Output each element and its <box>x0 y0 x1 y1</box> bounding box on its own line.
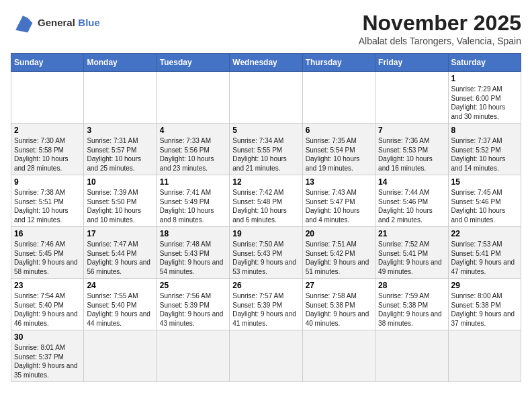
day-cell: 11Sunrise: 7:41 AM Sunset: 5:49 PM Dayli… <box>157 175 229 227</box>
day-cell: 4Sunrise: 7:33 AM Sunset: 5:56 PM Daylig… <box>157 124 229 175</box>
day-info: Sunrise: 7:53 AM Sunset: 5:41 PM Dayligh… <box>451 240 518 276</box>
day-number: 27 <box>306 281 372 290</box>
day-cell: 7Sunrise: 7:36 AM Sunset: 5:53 PM Daylig… <box>375 124 448 175</box>
day-info: Sunrise: 7:38 AM Sunset: 5:51 PM Dayligh… <box>14 188 81 224</box>
day-info: Sunrise: 7:54 AM Sunset: 5:40 PM Dayligh… <box>14 291 81 328</box>
day-cell: 25Sunrise: 7:56 AM Sunset: 5:39 PM Dayli… <box>157 279 229 330</box>
day-cell: 24Sunrise: 7:55 AM Sunset: 5:40 PM Dayli… <box>84 279 157 330</box>
day-number: 16 <box>14 229 81 238</box>
logo-text: General Blue <box>38 17 100 29</box>
day-info: Sunrise: 7:55 AM Sunset: 5:40 PM Dayligh… <box>87 291 153 328</box>
day-info: Sunrise: 7:51 AM Sunset: 5:42 PM Dayligh… <box>306 240 372 276</box>
day-number: 23 <box>14 281 81 290</box>
day-info: Sunrise: 7:44 AM Sunset: 5:46 PM Dayligh… <box>378 188 445 224</box>
day-number: 8 <box>451 126 518 135</box>
day-cell: 19Sunrise: 7:50 AM Sunset: 5:43 PM Dayli… <box>230 227 302 279</box>
day-cell: 15Sunrise: 7:45 AM Sunset: 5:46 PM Dayli… <box>448 175 521 227</box>
day-headers-row: SundayMondayTuesdayWednesdayThursdayFrid… <box>11 54 521 72</box>
day-cell <box>157 330 229 382</box>
calendar-month-year: November 2025 <box>359 11 521 36</box>
page-header: General Blue November 2025 Albalat dels … <box>11 11 521 46</box>
day-number: 4 <box>160 126 226 135</box>
day-info: Sunrise: 7:33 AM Sunset: 5:56 PM Dayligh… <box>160 136 226 173</box>
day-number: 21 <box>378 229 445 238</box>
day-cell: 8Sunrise: 7:37 AM Sunset: 5:52 PM Daylig… <box>448 124 521 175</box>
day-info: Sunrise: 7:34 AM Sunset: 5:55 PM Dayligh… <box>232 136 299 173</box>
day-cell: 17Sunrise: 7:47 AM Sunset: 5:44 PM Dayli… <box>84 227 157 279</box>
day-cell: 23Sunrise: 7:54 AM Sunset: 5:40 PM Dayli… <box>11 279 84 330</box>
day-info: Sunrise: 7:47 AM Sunset: 5:44 PM Dayligh… <box>87 240 153 276</box>
day-cell: 1Sunrise: 7:29 AM Sunset: 6:00 PM Daylig… <box>448 72 521 124</box>
day-cell <box>11 72 84 124</box>
day-cell: 2Sunrise: 7:30 AM Sunset: 5:58 PM Daylig… <box>11 124 84 175</box>
day-number: 14 <box>378 177 445 187</box>
calendar-table: SundayMondayTuesdayWednesdayThursdayFrid… <box>11 53 521 382</box>
day-number: 24 <box>87 281 153 290</box>
day-cell: 12Sunrise: 7:42 AM Sunset: 5:48 PM Dayli… <box>230 175 302 227</box>
day-info: Sunrise: 7:30 AM Sunset: 5:58 PM Dayligh… <box>14 136 81 173</box>
day-cell: 5Sunrise: 7:34 AM Sunset: 5:55 PM Daylig… <box>230 124 302 175</box>
day-cell <box>448 330 521 382</box>
day-cell: 6Sunrise: 7:35 AM Sunset: 5:54 PM Daylig… <box>302 124 375 175</box>
week-row-2: 2Sunrise: 7:30 AM Sunset: 5:58 PM Daylig… <box>11 124 521 175</box>
day-info: Sunrise: 7:36 AM Sunset: 5:53 PM Dayligh… <box>378 136 445 173</box>
day-info: Sunrise: 7:39 AM Sunset: 5:50 PM Dayligh… <box>87 188 153 224</box>
day-cell: 3Sunrise: 7:31 AM Sunset: 5:57 PM Daylig… <box>84 124 157 175</box>
day-cell <box>302 72 375 124</box>
day-number: 3 <box>87 126 153 135</box>
day-number: 19 <box>232 229 299 238</box>
day-number: 20 <box>306 229 372 238</box>
week-row-6: 30Sunrise: 8:01 AM Sunset: 5:37 PM Dayli… <box>11 330 521 382</box>
day-number: 7 <box>378 126 445 135</box>
day-number: 28 <box>378 281 445 290</box>
day-cell: 18Sunrise: 7:48 AM Sunset: 5:43 PM Dayli… <box>157 227 229 279</box>
day-header-saturday: Saturday <box>448 54 521 72</box>
calendar-title-area: November 2025 Albalat dels Tarongers, Va… <box>359 11 521 46</box>
day-cell <box>302 330 375 382</box>
day-info: Sunrise: 7:50 AM Sunset: 5:43 PM Dayligh… <box>232 240 299 276</box>
day-number: 13 <box>306 177 372 187</box>
day-header-friday: Friday <box>375 54 448 72</box>
day-header-wednesday: Wednesday <box>230 54 302 72</box>
day-number: 11 <box>160 177 226 187</box>
day-info: Sunrise: 7:42 AM Sunset: 5:48 PM Dayligh… <box>232 188 299 224</box>
day-info: Sunrise: 8:00 AM Sunset: 5:38 PM Dayligh… <box>451 291 518 328</box>
day-cell <box>157 72 229 124</box>
day-number: 18 <box>160 229 226 238</box>
day-header-sunday: Sunday <box>11 54 84 72</box>
day-number: 25 <box>160 281 226 290</box>
day-number: 2 <box>14 126 81 135</box>
day-info: Sunrise: 7:58 AM Sunset: 5:38 PM Dayligh… <box>306 291 372 328</box>
day-info: Sunrise: 7:57 AM Sunset: 5:39 PM Dayligh… <box>232 291 299 328</box>
day-info: Sunrise: 7:48 AM Sunset: 5:43 PM Dayligh… <box>160 240 226 276</box>
week-row-3: 9Sunrise: 7:38 AM Sunset: 5:51 PM Daylig… <box>11 175 521 227</box>
day-header-tuesday: Tuesday <box>157 54 229 72</box>
day-cell: 10Sunrise: 7:39 AM Sunset: 5:50 PM Dayli… <box>84 175 157 227</box>
day-number: 29 <box>451 281 518 290</box>
day-info: Sunrise: 7:37 AM Sunset: 5:52 PM Dayligh… <box>451 136 518 173</box>
day-number: 6 <box>306 126 372 135</box>
day-info: Sunrise: 7:46 AM Sunset: 5:45 PM Dayligh… <box>14 240 81 276</box>
day-cell: 30Sunrise: 8:01 AM Sunset: 5:37 PM Dayli… <box>11 330 84 382</box>
day-cell: 27Sunrise: 7:58 AM Sunset: 5:38 PM Dayli… <box>302 279 375 330</box>
day-cell: 21Sunrise: 7:52 AM Sunset: 5:41 PM Dayli… <box>375 227 448 279</box>
day-info: Sunrise: 7:35 AM Sunset: 5:54 PM Dayligh… <box>306 136 372 173</box>
day-info: Sunrise: 7:52 AM Sunset: 5:41 PM Dayligh… <box>378 240 445 276</box>
day-cell: 29Sunrise: 8:00 AM Sunset: 5:38 PM Dayli… <box>448 279 521 330</box>
day-cell <box>84 330 157 382</box>
day-cell: 13Sunrise: 7:43 AM Sunset: 5:47 PM Dayli… <box>302 175 375 227</box>
day-cell: 14Sunrise: 7:44 AM Sunset: 5:46 PM Dayli… <box>375 175 448 227</box>
day-cell <box>375 72 448 124</box>
week-row-1: 1Sunrise: 7:29 AM Sunset: 6:00 PM Daylig… <box>11 72 521 124</box>
day-number: 22 <box>451 229 518 238</box>
day-number: 12 <box>232 177 299 187</box>
day-number: 9 <box>14 177 81 187</box>
day-number: 30 <box>14 332 81 342</box>
day-cell: 22Sunrise: 7:53 AM Sunset: 5:41 PM Dayli… <box>448 227 521 279</box>
day-cell <box>230 72 302 124</box>
day-cell: 20Sunrise: 7:51 AM Sunset: 5:42 PM Dayli… <box>302 227 375 279</box>
day-cell: 26Sunrise: 7:57 AM Sunset: 5:39 PM Dayli… <box>230 279 302 330</box>
day-number: 10 <box>87 177 153 187</box>
logo-icon <box>11 11 35 35</box>
day-info: Sunrise: 8:01 AM Sunset: 5:37 PM Dayligh… <box>14 343 81 379</box>
